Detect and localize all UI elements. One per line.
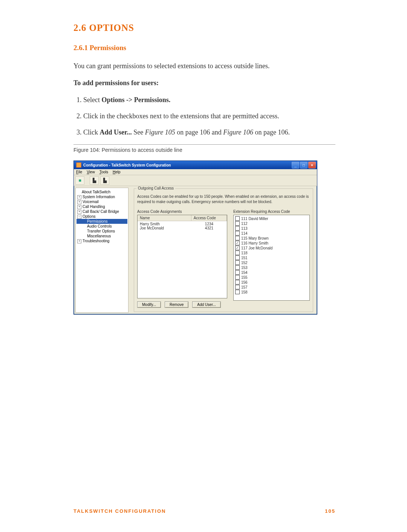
list-item[interactable]: 153	[235, 265, 308, 270]
step-1: Select Options -> Permissions.	[83, 95, 335, 105]
access-code-list[interactable]: Name Access Code Harry Smith1234Joe McDo…	[137, 215, 227, 298]
minimize-button[interactable]: _	[292, 162, 299, 168]
list-item[interactable]: 114	[235, 231, 308, 236]
checkbox-icon[interactable]	[235, 231, 240, 235]
close-button[interactable]: ×	[308, 162, 316, 168]
checkbox-icon[interactable]	[235, 255, 240, 260]
table-row[interactable]: Harry Smith1234	[138, 222, 227, 226]
list-item[interactable]: 116 Harry Smith	[235, 241, 308, 246]
toolbar-button-2[interactable]: ▙	[90, 176, 99, 185]
step-2: Click in the checkboxes next to the exte…	[83, 111, 335, 121]
extension-label: 117 Joe McDonald	[241, 246, 272, 250]
list-item[interactable]: 156	[235, 280, 308, 285]
footer-left: TALKSWITCH CONFIGURATION	[73, 508, 166, 514]
add-user-button[interactable]: Add User...	[192, 301, 220, 308]
procedure-list: Select Options -> Permissions. Click in …	[73, 95, 335, 138]
list-item[interactable]: 152	[235, 260, 308, 265]
checkbox-icon[interactable]	[235, 280, 240, 284]
list-item[interactable]: 154	[235, 270, 308, 275]
checkbox-icon[interactable]	[235, 290, 240, 294]
plus-icon[interactable]: +	[77, 210, 81, 214]
extension-label: 116 Harry Smith	[241, 241, 268, 245]
list-item[interactable]: 118	[235, 251, 308, 255]
list-item[interactable]: 151	[235, 255, 308, 260]
checkbox-icon[interactable]	[235, 221, 240, 226]
checkbox-icon[interactable]	[235, 241, 240, 245]
menu-bar: File View Tools Help	[74, 169, 317, 175]
extension-label: 151	[241, 256, 248, 260]
checkbox-icon[interactable]	[235, 216, 240, 221]
tree-transfer[interactable]: Transfer Options	[77, 229, 127, 234]
checkbox-icon[interactable]	[235, 246, 240, 250]
plus-icon[interactable]: +	[77, 200, 81, 204]
extension-label: 152	[241, 261, 248, 265]
cell-name: Joe McDonald	[138, 226, 191, 230]
extension-label: 155	[241, 275, 248, 280]
window-title: Configuration - TalkSwitch System Config…	[83, 163, 171, 167]
extension-label: 157	[241, 285, 248, 289]
toolbar: ■ ▙ ▙	[74, 175, 317, 186]
nav-tree[interactable]: About TalkSwitch +System Information +Vo…	[75, 188, 129, 313]
tree-permissions[interactable]: Permissions	[77, 219, 127, 224]
tree-about[interactable]: About TalkSwitch	[77, 190, 127, 194]
figure-divider	[73, 144, 335, 145]
checkbox-icon[interactable]	[235, 236, 240, 240]
checkbox-icon[interactable]	[235, 251, 240, 255]
tree-trouble[interactable]: +Troubleshooting	[77, 238, 127, 243]
maximize-button[interactable]: □	[300, 162, 308, 168]
menu-view[interactable]: View	[87, 170, 95, 174]
tree-voicemail[interactable]: +Voicemail	[77, 199, 127, 204]
cell-code: 1234	[191, 222, 227, 226]
menu-file[interactable]: File	[76, 170, 82, 174]
main-panel: Outgoing Call Access Access Codes can be…	[130, 186, 317, 314]
tree-callback[interactable]: +Call Back/ Call Bridge	[77, 209, 127, 214]
extension-label: 113	[241, 226, 248, 231]
toolbar-button-3[interactable]: ▙	[100, 176, 109, 185]
section-title: OPTIONS	[89, 23, 135, 33]
list-item[interactable]: 155	[235, 275, 308, 280]
list-item[interactable]: 111 David Miller	[235, 216, 308, 221]
extension-list[interactable]: 111 David Miller112113114115 Mary Brown1…	[233, 215, 310, 301]
minus-icon[interactable]: –	[77, 215, 81, 219]
window-titlebar[interactable]: Configuration - TalkSwitch System Config…	[74, 161, 317, 169]
intro-paragraph: You can grant permissions to selected ex…	[73, 61, 335, 71]
header-name[interactable]: Name	[138, 215, 191, 221]
plus-icon[interactable]: +	[77, 239, 81, 243]
list-item[interactable]: 112	[235, 221, 308, 226]
cell-name: Harry Smith	[138, 222, 191, 226]
list-item[interactable]: 113	[235, 226, 308, 231]
tree-options[interactable]: –Options	[77, 214, 127, 219]
extension-label: 156	[241, 280, 248, 284]
remove-button[interactable]: Remove	[165, 301, 188, 308]
section-heading: 2.6 OPTIONS	[73, 23, 335, 33]
header-code[interactable]: Access Code	[191, 215, 227, 221]
menu-help[interactable]: Help	[113, 170, 121, 174]
outgoing-call-access-group: Outgoing Call Access Access Codes can be…	[134, 188, 313, 312]
list-item[interactable]: 115 Mary Brown	[235, 236, 308, 241]
modify-button[interactable]: Modify...	[137, 301, 161, 308]
extension-label: 114	[241, 231, 248, 235]
tree-misc[interactable]: Miscellaneous	[77, 234, 127, 238]
tree-audio[interactable]: Audio Controls	[77, 224, 127, 229]
plus-icon[interactable]: +	[77, 195, 81, 199]
plus-icon[interactable]: +	[77, 205, 81, 209]
list-item[interactable]: 117 Joe McDonald	[235, 246, 308, 251]
checkbox-icon[interactable]	[235, 260, 240, 265]
toolbar-button-1[interactable]: ■	[75, 176, 84, 185]
list-header: Name Access Code	[138, 215, 227, 221]
page-footer: TALKSWITCH CONFIGURATION 105	[73, 508, 335, 514]
tree-sysinfo[interactable]: +System Information	[77, 194, 127, 199]
cell-code: 4321	[191, 226, 227, 230]
list-item[interactable]: 158	[235, 290, 308, 295]
checkbox-icon[interactable]	[235, 285, 240, 289]
tree-callhandling[interactable]: +Call Handling	[77, 204, 127, 209]
checkbox-icon[interactable]	[235, 265, 240, 270]
list-item[interactable]: 157	[235, 285, 308, 290]
menu-tools[interactable]: Tools	[99, 170, 108, 174]
checkbox-icon[interactable]	[235, 226, 240, 231]
checkbox-icon[interactable]	[235, 270, 240, 275]
table-row[interactable]: Joe McDonald4321	[138, 226, 227, 230]
checkbox-icon[interactable]	[235, 275, 240, 280]
extension-label: 153	[241, 266, 248, 270]
extension-label: 112	[241, 222, 248, 226]
